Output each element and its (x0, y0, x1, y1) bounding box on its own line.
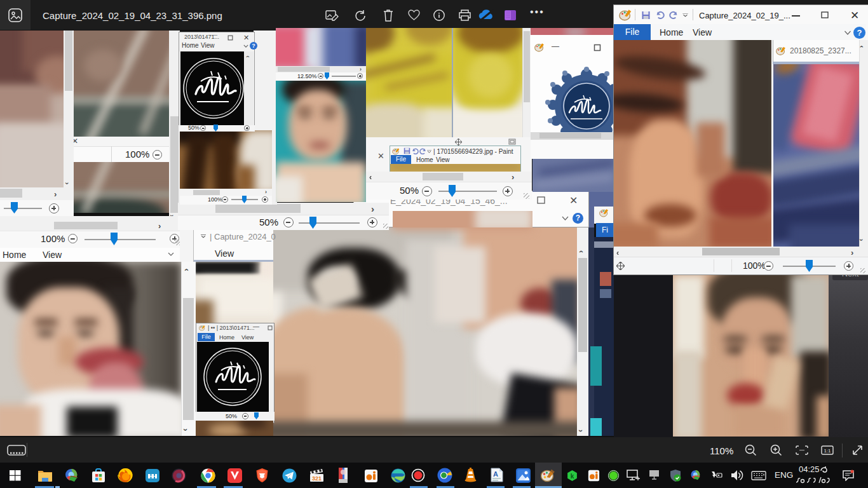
svg-text:A: A (493, 470, 498, 478)
svg-text:1:1: 1:1 (824, 448, 831, 454)
svg-text:k: k (571, 473, 574, 480)
svg-text:321: 321 (312, 475, 322, 482)
